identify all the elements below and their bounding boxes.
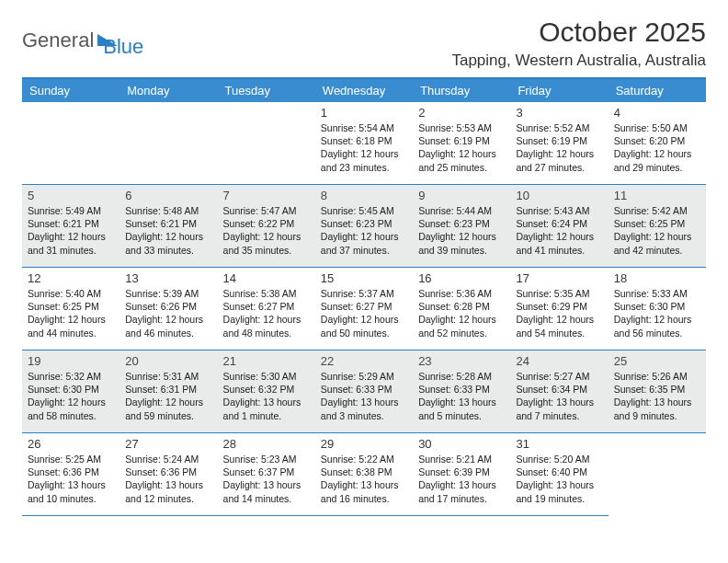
- day-info: Sunrise: 5:24 AMSunset: 6:36 PMDaylight:…: [125, 453, 211, 505]
- day-info: Sunrise: 5:48 AMSunset: 6:21 PMDaylight:…: [125, 204, 211, 257]
- day-info: Sunrise: 5:29 AMSunset: 6:33 PMDaylight:…: [321, 370, 407, 422]
- calendar-cell: 31Sunrise: 5:20 AMSunset: 6:40 PMDayligh…: [510, 433, 608, 516]
- calendar-cell: 29Sunrise: 5:22 AMSunset: 6:38 PMDayligh…: [315, 433, 413, 516]
- day-number: 21: [223, 354, 310, 368]
- day-info: Sunrise: 5:53 AMSunset: 6:19 PMDaylight:…: [418, 121, 505, 174]
- calendar-cell: 3Sunrise: 5:52 AMSunset: 6:19 PMDaylight…: [510, 102, 608, 185]
- day-number: 11: [614, 189, 700, 202]
- day-number: 17: [516, 271, 602, 285]
- day-number: 24: [516, 354, 602, 368]
- day-info: Sunrise: 5:44 AMSunset: 6:23 PMDaylight:…: [418, 204, 505, 257]
- day-number: 12: [28, 271, 114, 285]
- calendar-cell: 12Sunrise: 5:40 AMSunset: 6:25 PMDayligh…: [22, 268, 119, 350]
- day-info: Sunrise: 5:21 AMSunset: 6:39 PMDaylight:…: [418, 453, 505, 505]
- calendar-cell: 19Sunrise: 5:32 AMSunset: 6:30 PMDayligh…: [22, 350, 119, 433]
- day-info: Sunrise: 5:45 AMSunset: 6:23 PMDaylight:…: [321, 204, 407, 257]
- calendar-cell: 4Sunrise: 5:50 AMSunset: 6:20 PMDaylight…: [609, 102, 706, 185]
- calendar-cell: 17Sunrise: 5:35 AMSunset: 6:29 PMDayligh…: [510, 268, 608, 350]
- day-number: 16: [418, 271, 505, 285]
- day-info: Sunrise: 5:23 AMSunset: 6:37 PMDaylight:…: [223, 453, 310, 505]
- day-info: Sunrise: 5:42 AMSunset: 6:25 PMDaylight:…: [614, 204, 700, 257]
- day-number: 13: [125, 271, 211, 285]
- day-info: Sunrise: 5:20 AMSunset: 6:40 PMDaylight:…: [516, 453, 602, 505]
- day-info: Sunrise: 5:26 AMSunset: 6:35 PMDaylight:…: [614, 370, 700, 422]
- day-number: 3: [516, 106, 602, 120]
- weekday-header: Thursday: [413, 79, 510, 102]
- day-info: Sunrise: 5:30 AMSunset: 6:32 PMDaylight:…: [223, 370, 310, 422]
- day-number: 2: [418, 106, 505, 120]
- day-number: 4: [614, 106, 700, 120]
- weekday-header: Monday: [119, 79, 217, 102]
- calendar-cell: 7Sunrise: 5:47 AMSunset: 6:22 PMDaylight…: [218, 185, 315, 268]
- day-info: Sunrise: 5:37 AMSunset: 6:27 PMDaylight:…: [321, 287, 407, 339]
- day-info: Sunrise: 5:54 AMSunset: 6:18 PMDaylight:…: [321, 121, 407, 174]
- calendar-cell: 22Sunrise: 5:29 AMSunset: 6:33 PMDayligh…: [315, 350, 413, 433]
- day-number: 31: [516, 437, 602, 451]
- day-number: 19: [28, 354, 114, 368]
- calendar-cell: 25Sunrise: 5:26 AMSunset: 6:35 PMDayligh…: [609, 350, 706, 433]
- calendar-cell: 27Sunrise: 5:24 AMSunset: 6:36 PMDayligh…: [119, 433, 217, 516]
- day-number: 14: [223, 271, 310, 285]
- day-number: 29: [321, 437, 407, 451]
- calendar-cell: 30Sunrise: 5:21 AMSunset: 6:39 PMDayligh…: [413, 433, 510, 516]
- day-info: Sunrise: 5:31 AMSunset: 6:31 PMDaylight:…: [125, 370, 211, 422]
- day-info: Sunrise: 5:40 AMSunset: 6:25 PMDaylight:…: [28, 287, 114, 339]
- day-number: 9: [418, 189, 505, 202]
- day-info: Sunrise: 5:25 AMSunset: 6:36 PMDaylight:…: [28, 453, 114, 505]
- calendar-cell: 24Sunrise: 5:27 AMSunset: 6:34 PMDayligh…: [510, 350, 608, 433]
- day-number: 23: [418, 354, 505, 368]
- day-info: Sunrise: 5:50 AMSunset: 6:20 PMDaylight:…: [614, 121, 700, 174]
- calendar-cell: 5Sunrise: 5:49 AMSunset: 6:21 PMDaylight…: [22, 185, 119, 268]
- day-info: Sunrise: 5:32 AMSunset: 6:30 PMDaylight:…: [28, 370, 114, 422]
- day-number: 18: [614, 271, 700, 285]
- location-text: Tapping, Western Australia, Australia: [451, 52, 706, 70]
- day-info: Sunrise: 5:39 AMSunset: 6:26 PMDaylight:…: [125, 287, 211, 339]
- calendar-cell: 28Sunrise: 5:23 AMSunset: 6:37 PMDayligh…: [218, 433, 315, 516]
- day-number: 6: [125, 189, 211, 202]
- day-info: Sunrise: 5:43 AMSunset: 6:24 PMDaylight:…: [516, 204, 602, 257]
- day-info: Sunrise: 5:47 AMSunset: 6:22 PMDaylight:…: [223, 204, 310, 257]
- day-number: 22: [321, 354, 407, 368]
- calendar-cell: 16Sunrise: 5:36 AMSunset: 6:28 PMDayligh…: [413, 268, 510, 350]
- weekday-header: Tuesday: [218, 79, 315, 102]
- day-number: 7: [223, 189, 310, 202]
- logo-text-general: General: [22, 29, 94, 52]
- day-number: 1: [321, 106, 407, 120]
- weekday-header: Wednesday: [315, 79, 413, 102]
- logo-text-blue: Blue: [103, 22, 143, 59]
- calendar-cell: 6Sunrise: 5:48 AMSunset: 6:21 PMDaylight…: [119, 185, 217, 268]
- day-number: 27: [125, 437, 211, 451]
- calendar-cell: 11Sunrise: 5:42 AMSunset: 6:25 PMDayligh…: [609, 185, 706, 268]
- day-info: Sunrise: 5:52 AMSunset: 6:19 PMDaylight:…: [516, 121, 602, 174]
- calendar-cell: 26Sunrise: 5:25 AMSunset: 6:36 PMDayligh…: [22, 433, 119, 516]
- day-number: 28: [223, 437, 310, 451]
- calendar-cell: 15Sunrise: 5:37 AMSunset: 6:27 PMDayligh…: [315, 268, 413, 350]
- day-number: 15: [321, 271, 407, 285]
- day-info: Sunrise: 5:38 AMSunset: 6:27 PMDaylight:…: [223, 287, 310, 339]
- day-info: Sunrise: 5:49 AMSunset: 6:21 PMDaylight:…: [28, 204, 114, 257]
- day-info: Sunrise: 5:27 AMSunset: 6:34 PMDaylight:…: [516, 370, 602, 422]
- day-number: 25: [614, 354, 700, 368]
- day-number: 10: [516, 189, 602, 202]
- calendar-cell: 20Sunrise: 5:31 AMSunset: 6:31 PMDayligh…: [119, 350, 217, 433]
- day-number: 26: [28, 437, 114, 451]
- calendar-cell: 14Sunrise: 5:38 AMSunset: 6:27 PMDayligh…: [218, 268, 315, 350]
- day-number: 20: [125, 354, 211, 368]
- empty-cell: [119, 102, 217, 185]
- calendar-cell: 10Sunrise: 5:43 AMSunset: 6:24 PMDayligh…: [510, 185, 608, 268]
- title-block: October 2025 Tapping, Western Australia,…: [451, 17, 706, 70]
- calendar-cell: 21Sunrise: 5:30 AMSunset: 6:32 PMDayligh…: [218, 350, 315, 433]
- logo: General Blue: [22, 22, 143, 59]
- day-info: Sunrise: 5:22 AMSunset: 6:38 PMDaylight:…: [321, 453, 407, 505]
- calendar-cell: 9Sunrise: 5:44 AMSunset: 6:23 PMDaylight…: [413, 185, 510, 268]
- calendar-grid: SundayMondayTuesdayWednesdayThursdayFrid…: [22, 77, 706, 516]
- calendar-cell: 1Sunrise: 5:54 AMSunset: 6:18 PMDaylight…: [315, 102, 413, 185]
- day-number: 8: [321, 189, 407, 202]
- empty-cell: [22, 102, 119, 185]
- calendar-cell: 18Sunrise: 5:33 AMSunset: 6:30 PMDayligh…: [609, 268, 706, 350]
- weekday-header: Friday: [510, 79, 608, 102]
- weekday-header: Sunday: [22, 79, 119, 102]
- calendar-cell: 23Sunrise: 5:28 AMSunset: 6:33 PMDayligh…: [413, 350, 510, 433]
- weekday-header: Saturday: [609, 79, 706, 102]
- calendar-cell: 13Sunrise: 5:39 AMSunset: 6:26 PMDayligh…: [119, 268, 217, 350]
